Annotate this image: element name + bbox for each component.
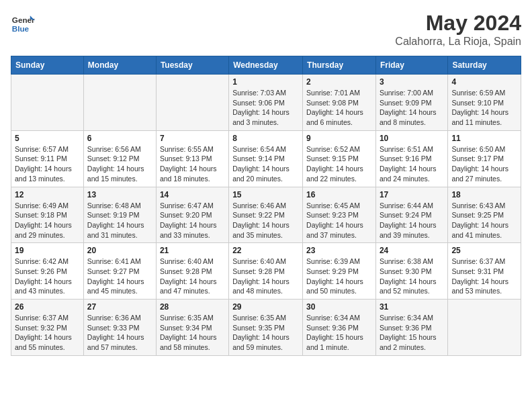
calendar-cell: 21Sunrise: 6:40 AM Sunset: 9:28 PM Dayli…	[156, 243, 228, 300]
calendar-cell: 9Sunrise: 6:52 AM Sunset: 9:15 PM Daylig…	[303, 130, 376, 187]
day-number: 24	[380, 246, 444, 255]
day-info: Sunrise: 6:43 AM Sunset: 9:25 PM Dayligh…	[451, 201, 517, 240]
day-number: 25	[451, 246, 517, 255]
day-info: Sunrise: 6:59 AM Sunset: 9:10 PM Dayligh…	[451, 88, 517, 128]
day-info: Sunrise: 6:35 AM Sunset: 9:35 PM Dayligh…	[232, 313, 299, 353]
calendar-cell	[156, 75, 228, 131]
calendar-header-friday: Friday	[375, 56, 447, 75]
day-info: Sunrise: 6:37 AM Sunset: 9:32 PM Dayligh…	[15, 313, 80, 353]
day-info: Sunrise: 6:41 AM Sunset: 9:27 PM Dayligh…	[87, 257, 152, 296]
day-info: Sunrise: 6:42 AM Sunset: 9:26 PM Dayligh…	[15, 257, 80, 296]
day-info: Sunrise: 6:50 AM Sunset: 9:17 PM Dayligh…	[451, 144, 517, 184]
day-number: 13	[87, 190, 152, 199]
day-info: Sunrise: 6:57 AM Sunset: 9:11 PM Dayligh…	[15, 144, 80, 184]
day-number: 9	[306, 134, 372, 143]
calendar-header-monday: Monday	[83, 56, 156, 75]
calendar-week-row: 26Sunrise: 6:37 AM Sunset: 9:32 PM Dayli…	[11, 300, 521, 356]
page-subtitle: Calahorra, La Rioja, Spain	[395, 36, 521, 48]
calendar-cell: 10Sunrise: 6:51 AM Sunset: 9:16 PM Dayli…	[375, 130, 447, 187]
calendar-cell: 31Sunrise: 6:34 AM Sunset: 9:36 PM Dayli…	[375, 300, 447, 356]
calendar-week-row: 19Sunrise: 6:42 AM Sunset: 9:26 PM Dayli…	[11, 243, 521, 300]
day-number: 19	[15, 246, 80, 255]
day-number: 31	[380, 302, 444, 312]
day-info: Sunrise: 6:36 AM Sunset: 9:33 PM Dayligh…	[87, 313, 152, 353]
day-info: Sunrise: 6:34 AM Sunset: 9:36 PM Dayligh…	[380, 313, 444, 353]
day-info: Sunrise: 6:35 AM Sunset: 9:34 PM Dayligh…	[160, 313, 225, 353]
day-number: 4	[451, 77, 517, 87]
calendar-cell: 14Sunrise: 6:47 AM Sunset: 9:20 PM Dayli…	[156, 187, 228, 243]
calendar-header-sunday: Sunday	[11, 56, 84, 75]
calendar-cell: 24Sunrise: 6:38 AM Sunset: 9:30 PM Dayli…	[375, 243, 447, 300]
day-info: Sunrise: 6:55 AM Sunset: 9:13 PM Dayligh…	[160, 144, 225, 184]
day-info: Sunrise: 6:56 AM Sunset: 9:12 PM Dayligh…	[87, 144, 152, 184]
day-number: 28	[160, 302, 225, 312]
calendar-cell: 15Sunrise: 6:46 AM Sunset: 9:22 PM Dayli…	[229, 187, 303, 243]
calendar-table: SundayMondayTuesdayWednesdayThursdayFrid…	[11, 56, 521, 356]
calendar-cell: 27Sunrise: 6:36 AM Sunset: 9:33 PM Dayli…	[83, 300, 156, 356]
day-number: 15	[232, 190, 299, 199]
calendar-cell: 22Sunrise: 6:40 AM Sunset: 9:28 PM Dayli…	[229, 243, 303, 300]
day-info: Sunrise: 6:34 AM Sunset: 9:36 PM Dayligh…	[306, 313, 372, 353]
day-info: Sunrise: 6:40 AM Sunset: 9:28 PM Dayligh…	[232, 257, 299, 296]
svg-text:General: General	[12, 15, 35, 24]
day-number: 22	[232, 246, 299, 255]
calendar-cell: 16Sunrise: 6:45 AM Sunset: 9:23 PM Dayli…	[303, 187, 376, 243]
calendar-cell: 11Sunrise: 6:50 AM Sunset: 9:17 PM Dayli…	[448, 130, 521, 187]
calendar-cell: 3Sunrise: 7:00 AM Sunset: 9:09 PM Daylig…	[375, 75, 447, 131]
day-number: 1	[232, 77, 299, 87]
calendar-cell	[83, 75, 156, 131]
title-block: May 2024 Calahorra, La Rioja, Spain	[395, 11, 521, 48]
calendar-week-row: 5Sunrise: 6:57 AM Sunset: 9:11 PM Daylig…	[11, 130, 521, 187]
calendar-cell: 23Sunrise: 6:39 AM Sunset: 9:29 PM Dayli…	[303, 243, 376, 300]
calendar-cell: 6Sunrise: 6:56 AM Sunset: 9:12 PM Daylig…	[83, 130, 156, 187]
calendar-header-saturday: Saturday	[448, 56, 521, 75]
day-number: 20	[87, 246, 152, 255]
day-number: 17	[380, 190, 444, 199]
calendar-header-row: SundayMondayTuesdayWednesdayThursdayFrid…	[11, 56, 521, 75]
calendar-cell: 29Sunrise: 6:35 AM Sunset: 9:35 PM Dayli…	[229, 300, 303, 356]
calendar-header-thursday: Thursday	[303, 56, 376, 75]
day-info: Sunrise: 6:54 AM Sunset: 9:14 PM Dayligh…	[232, 144, 299, 184]
day-number: 26	[15, 302, 80, 312]
page-header: General Blue May 2024 Calahorra, La Rioj…	[11, 11, 521, 48]
day-info: Sunrise: 7:00 AM Sunset: 9:09 PM Dayligh…	[380, 88, 444, 128]
day-info: Sunrise: 7:01 AM Sunset: 9:08 PM Dayligh…	[306, 88, 372, 128]
calendar-week-row: 12Sunrise: 6:49 AM Sunset: 9:18 PM Dayli…	[11, 187, 521, 243]
calendar-cell	[448, 300, 521, 356]
calendar-cell: 7Sunrise: 6:55 AM Sunset: 9:13 PM Daylig…	[156, 130, 228, 187]
day-info: Sunrise: 6:48 AM Sunset: 9:19 PM Dayligh…	[87, 201, 152, 240]
calendar-cell: 12Sunrise: 6:49 AM Sunset: 9:18 PM Dayli…	[11, 187, 84, 243]
calendar-body: 1Sunrise: 7:03 AM Sunset: 9:06 PM Daylig…	[11, 75, 521, 356]
day-number: 8	[232, 134, 299, 143]
day-number: 30	[306, 302, 372, 312]
day-info: Sunrise: 6:52 AM Sunset: 9:15 PM Dayligh…	[306, 144, 372, 184]
svg-text:Blue: Blue	[12, 24, 30, 33]
calendar-cell: 1Sunrise: 7:03 AM Sunset: 9:06 PM Daylig…	[229, 75, 303, 131]
day-info: Sunrise: 6:44 AM Sunset: 9:24 PM Dayligh…	[380, 201, 444, 240]
day-number: 27	[87, 302, 152, 312]
day-number: 7	[160, 134, 225, 143]
day-number: 12	[15, 190, 80, 199]
day-info: Sunrise: 6:40 AM Sunset: 9:28 PM Dayligh…	[160, 257, 225, 296]
calendar-cell: 28Sunrise: 6:35 AM Sunset: 9:34 PM Dayli…	[156, 300, 228, 356]
day-info: Sunrise: 6:47 AM Sunset: 9:20 PM Dayligh…	[160, 201, 225, 240]
calendar-cell: 19Sunrise: 6:42 AM Sunset: 9:26 PM Dayli…	[11, 243, 84, 300]
day-number: 11	[451, 134, 517, 143]
calendar-cell: 30Sunrise: 6:34 AM Sunset: 9:36 PM Dayli…	[303, 300, 376, 356]
day-number: 21	[160, 246, 225, 255]
day-info: Sunrise: 6:51 AM Sunset: 9:16 PM Dayligh…	[380, 144, 444, 184]
calendar-cell: 13Sunrise: 6:48 AM Sunset: 9:19 PM Dayli…	[83, 187, 156, 243]
day-info: Sunrise: 6:46 AM Sunset: 9:22 PM Dayligh…	[232, 201, 299, 240]
day-info: Sunrise: 6:49 AM Sunset: 9:18 PM Dayligh…	[15, 201, 80, 240]
day-info: Sunrise: 6:39 AM Sunset: 9:29 PM Dayligh…	[306, 257, 372, 296]
calendar-header-tuesday: Tuesday	[156, 56, 228, 75]
calendar-cell: 17Sunrise: 6:44 AM Sunset: 9:24 PM Dayli…	[375, 187, 447, 243]
calendar-cell: 18Sunrise: 6:43 AM Sunset: 9:25 PM Dayli…	[448, 187, 521, 243]
day-number: 2	[306, 77, 372, 87]
calendar-header-wednesday: Wednesday	[229, 56, 303, 75]
day-number: 16	[306, 190, 372, 199]
calendar-cell	[11, 75, 84, 131]
calendar-cell: 4Sunrise: 6:59 AM Sunset: 9:10 PM Daylig…	[448, 75, 521, 131]
day-number: 10	[380, 134, 444, 143]
calendar-cell: 26Sunrise: 6:37 AM Sunset: 9:32 PM Dayli…	[11, 300, 84, 356]
